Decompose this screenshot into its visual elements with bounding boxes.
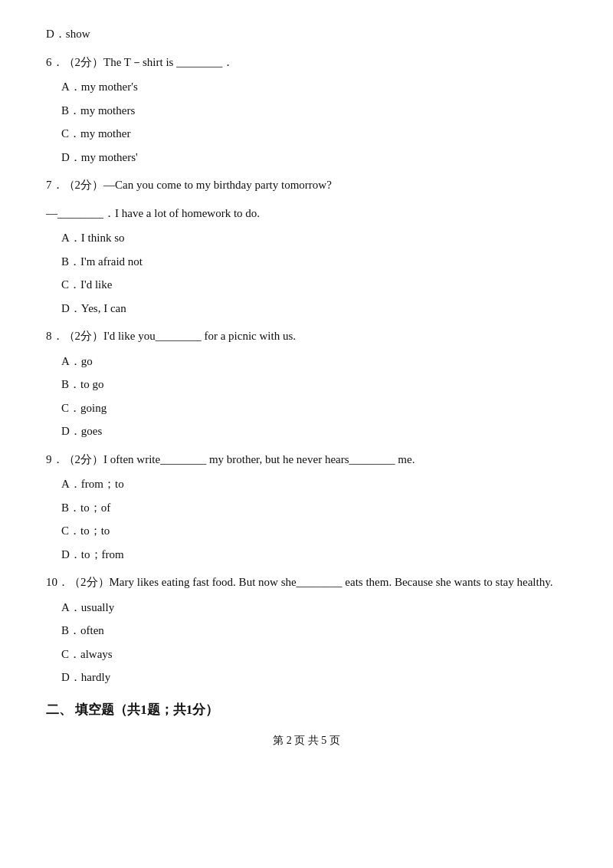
q7-option-c: C．I'd like (61, 274, 567, 296)
q10-option-d: D．hardly (61, 666, 567, 689)
q7-option-b: B．I'm afraid not (61, 251, 567, 273)
q9-option-c: C．to；to (61, 520, 567, 542)
q6-option-d: D．my mothers' (61, 146, 567, 169)
question-10: 10．（2分）Mary likes eating fast food. But … (46, 571, 567, 593)
q8-option-d: D．goes (61, 420, 567, 442)
q6-option-c: C．my mother (61, 123, 567, 145)
question-8: 8．（2分）I'd like you________ for a picnic … (46, 325, 567, 347)
q9-option-d: D．to；from (61, 544, 567, 566)
main-content: D．show 6．（2分）The T－shirt is ________． A．… (46, 23, 567, 748)
q8-option-a: A．go (61, 350, 567, 373)
question-7-sub: —________．I have a lot of homework to do… (46, 202, 567, 225)
q10-option-b: B．often (61, 620, 567, 642)
q8-option-c: C．going (61, 397, 567, 419)
question-6: 6．（2分）The T－shirt is ________． (46, 51, 567, 74)
page-footer: 第 2 页 共 5 页 (46, 734, 567, 748)
question-9: 9．（2分）I often write________ my brother, … (46, 449, 567, 471)
q7-option-d: D．Yes, I can (61, 298, 567, 320)
q8-option-b: B．to go (61, 373, 567, 396)
section-2-title: 二、 填空题（共1题；共1分） (46, 701, 567, 718)
q6-option-a: A．my mother's (61, 76, 567, 98)
option-d-show: D．show (46, 23, 567, 45)
q10-option-c: C．always (61, 643, 567, 666)
q6-option-b: B．my mothers (61, 100, 567, 122)
q9-option-a: A．from；to (61, 473, 567, 495)
q7-option-a: A．I think so (61, 227, 567, 249)
q9-option-b: B．to；of (61, 497, 567, 519)
question-7: 7．（2分）—Can you come to my birthday party… (46, 174, 567, 196)
q10-option-a: A．usually (61, 597, 567, 619)
